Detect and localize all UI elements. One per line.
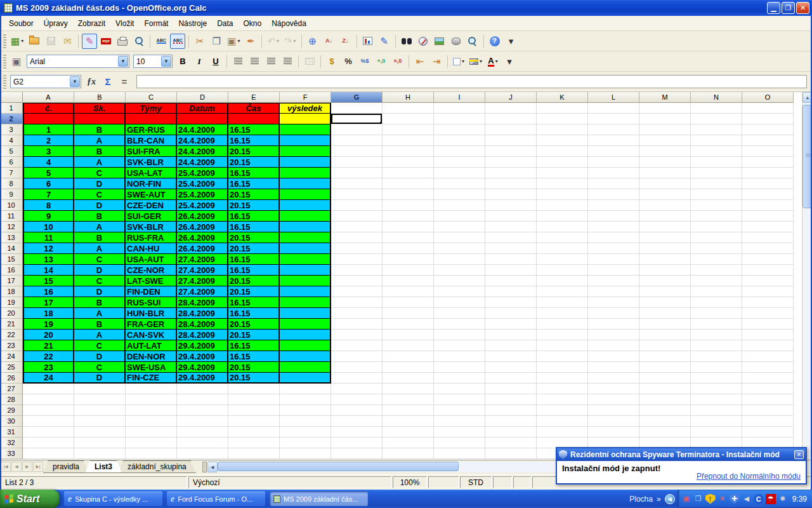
cell-I23[interactable] [434, 340, 485, 351]
cell-B4[interactable]: A [74, 135, 126, 146]
cell-G8[interactable] [331, 178, 383, 189]
column-header-D[interactable]: D [177, 92, 228, 103]
cell-C33[interactable] [126, 448, 177, 459]
cell-K14[interactable] [537, 243, 588, 254]
cell-I33[interactable] [434, 448, 485, 459]
cell-K19[interactable] [537, 297, 588, 308]
cell-A16[interactable]: 14 [23, 265, 74, 276]
cell-B5[interactable]: B [74, 146, 126, 157]
cell-E13[interactable]: 20.15 [228, 232, 280, 243]
row-header-14[interactable]: 14 [0, 243, 23, 254]
cell-J28[interactable] [485, 394, 537, 405]
cell-G10[interactable] [331, 200, 383, 211]
cell-J26[interactable] [485, 373, 537, 384]
column-header-I[interactable]: I [434, 92, 485, 103]
cell-L23[interactable] [588, 340, 639, 351]
cell-G14[interactable] [331, 243, 383, 254]
cell-I18[interactable] [434, 286, 485, 297]
cell-E32[interactable] [228, 438, 280, 448]
cell-B6[interactable]: A [74, 157, 126, 168]
cell-G5[interactable] [331, 146, 383, 157]
cell-J25[interactable] [485, 362, 537, 373]
cell-J23[interactable] [485, 340, 537, 351]
cell-F15[interactable] [280, 254, 331, 265]
cell-C30[interactable] [126, 416, 177, 427]
find-replace-button[interactable] [399, 34, 414, 49]
cell-L22[interactable] [588, 330, 639, 340]
cell-E28[interactable] [228, 394, 280, 405]
page-preview-button[interactable] [131, 34, 147, 49]
cell-J33[interactable] [485, 448, 537, 459]
cell-G28[interactable] [331, 394, 383, 405]
row-header-1[interactable]: 1 [0, 103, 23, 114]
cell-N16[interactable] [691, 265, 742, 276]
copy-handler-tray-icon[interactable]: C [754, 494, 764, 504]
cell-F21[interactable] [280, 319, 331, 330]
cell-L10[interactable] [588, 200, 639, 211]
cell-B26[interactable]: D [74, 373, 126, 384]
cell-B11[interactable]: B [74, 211, 126, 222]
cell-F32[interactable] [280, 438, 331, 448]
toolbar-grip[interactable] [3, 34, 6, 48]
help-button[interactable]: ? [487, 34, 502, 49]
dropdown-arrow-icon[interactable]: ▾ [462, 58, 464, 64]
cell-E27[interactable] [228, 384, 280, 394]
copy-button[interactable]: ❐ [209, 34, 224, 49]
cell-M9[interactable] [639, 189, 691, 200]
cell-C18[interactable]: FIN-DEN [126, 286, 177, 297]
cell-I15[interactable] [434, 254, 485, 265]
cell-B2[interactable] [74, 114, 126, 124]
toolbar-grip[interactable] [3, 75, 6, 89]
cell-O10[interactable] [742, 200, 794, 211]
cell-H4[interactable] [383, 135, 434, 146]
cell-D10[interactable]: 25.4.2009 [177, 200, 228, 211]
cell-H26[interactable] [383, 373, 434, 384]
dropdown-arrow-icon[interactable]: ▾ [495, 58, 498, 64]
cell-K5[interactable] [537, 146, 588, 157]
cell-O20[interactable] [742, 308, 794, 319]
cell-D6[interactable]: 24.4.2009 [177, 157, 228, 168]
font-size-combobox[interactable]: 10 ▼ [133, 55, 173, 68]
cell-C3[interactable]: GER-RUS [126, 124, 177, 135]
cell-M1[interactable] [639, 103, 691, 114]
cell-B29[interactable] [74, 405, 126, 416]
row-header-32[interactable]: 32 [0, 438, 23, 448]
cell-M13[interactable] [639, 232, 691, 243]
cell-B30[interactable] [74, 416, 126, 427]
cell-C2[interactable] [126, 114, 177, 124]
cell-H30[interactable] [383, 416, 434, 427]
cell-C11[interactable]: SUI-GER [126, 211, 177, 222]
cell-L15[interactable] [588, 254, 639, 265]
cell-L14[interactable] [588, 243, 639, 254]
cell-H14[interactable] [383, 243, 434, 254]
cell-O22[interactable] [742, 330, 794, 340]
cell-F3[interactable] [280, 124, 331, 135]
cell-M12[interactable] [639, 222, 691, 232]
row-header-16[interactable]: 16 [0, 265, 23, 276]
cell-O13[interactable] [742, 232, 794, 243]
column-header-L[interactable]: L [588, 92, 639, 103]
cell-H20[interactable] [383, 308, 434, 319]
cell-L13[interactable] [588, 232, 639, 243]
cell-F28[interactable] [280, 394, 331, 405]
cell-F4[interactable] [280, 135, 331, 146]
cell-K7[interactable] [537, 168, 588, 178]
cell-J32[interactable] [485, 438, 537, 448]
cell-L28[interactable] [588, 394, 639, 405]
cell-F9[interactable] [280, 189, 331, 200]
cell-C10[interactable]: CZE-DEN [126, 200, 177, 211]
row-header-6[interactable]: 6 [0, 157, 23, 168]
taskbar-clock[interactable]: 9:39 [792, 495, 807, 504]
cell-D5[interactable]: 24.4.2009 [177, 146, 228, 157]
cell-J8[interactable] [485, 178, 537, 189]
cell-A4[interactable]: 2 [23, 135, 74, 146]
menu-item[interactable]: Vložit [110, 17, 139, 30]
cell-N6[interactable] [691, 157, 742, 168]
cell-A24[interactable]: 22 [23, 351, 74, 362]
cell-A20[interactable]: 18 [23, 308, 74, 319]
cell-K12[interactable] [537, 222, 588, 232]
cell-M2[interactable] [639, 114, 691, 124]
cell-F12[interactable] [280, 222, 331, 232]
cell-A17[interactable]: 15 [23, 276, 74, 286]
cell-A8[interactable]: 6 [23, 178, 74, 189]
